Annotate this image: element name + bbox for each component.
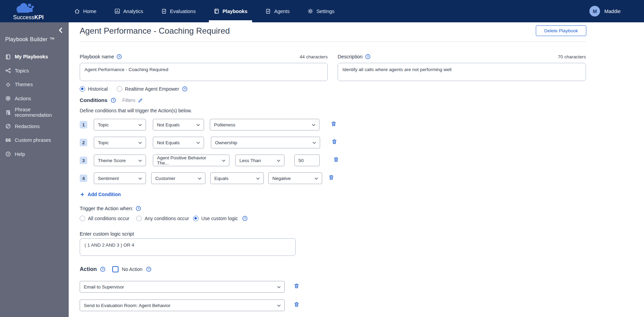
- radio-button[interactable]: [193, 216, 199, 221]
- playbook-name-help-icon[interactable]: ?: [116, 54, 122, 59]
- delete-action-button[interactable]: [294, 283, 300, 289]
- nav-item-label: Evaluations: [170, 9, 196, 14]
- book-icon: [5, 54, 11, 60]
- radio-button[interactable]: [136, 216, 142, 221]
- sidebar-item-my-playbooks[interactable]: My Playbooks: [0, 50, 69, 64]
- condition-select[interactable]: Equals: [210, 172, 264, 184]
- brand-logo[interactable]: SuccessKPI: [13, 2, 51, 21]
- nav-item-evaluations[interactable]: Evaluations: [161, 0, 196, 22]
- condition-value-input[interactable]: [294, 155, 320, 166]
- chevron-down-icon: [196, 140, 201, 145]
- delete-condition-button[interactable]: [331, 139, 337, 145]
- svg-text:?: ?: [184, 87, 186, 91]
- conditions-help-icon[interactable]: ?: [111, 98, 116, 103]
- branch-icon: [5, 68, 11, 73]
- condition-select[interactable]: Topic: [94, 137, 146, 148]
- action-help-icon[interactable]: ?: [100, 267, 105, 272]
- condition-select[interactable]: Theme Score: [94, 155, 146, 166]
- action-select[interactable]: Send to Evaluation Room: Agent Behavior: [80, 299, 285, 311]
- trigger-option-use-custom-logic[interactable]: Use custom logic?: [193, 216, 248, 221]
- nav-item-analytics[interactable]: Analytics: [114, 0, 143, 22]
- sidebar-item-custom-phrases[interactable]: 66Custom phrases: [0, 133, 69, 147]
- condition-row: 1TopicNot EqualsPoliteness: [69, 119, 644, 131]
- sidebar-item-help[interactable]: ?Help: [0, 147, 69, 161]
- condition-select[interactable]: Negative: [268, 172, 322, 184]
- condition-select[interactable]: Not Equals: [153, 119, 204, 131]
- condition-number-badge: 4: [80, 174, 87, 182]
- custom-logic-input[interactable]: ( 1 AND 2 AND 3 ) OR 4: [80, 238, 296, 256]
- sidebar-item-actions[interactable]: Actions: [0, 92, 69, 106]
- mode-option-historical[interactable]: Historical: [80, 86, 108, 92]
- svg-text:?: ?: [118, 55, 120, 58]
- avatar[interactable]: M: [589, 6, 600, 16]
- mode-help-icon[interactable]: ?: [182, 86, 188, 92]
- chevron-down-icon: [311, 123, 316, 127]
- mode-option-realtime-agent-empower[interactable]: Realtime Agent Empower?: [117, 86, 188, 92]
- trigger-option-any-conditions-occur[interactable]: Any conditions occur: [136, 216, 189, 221]
- delete-action-button[interactable]: [294, 302, 300, 307]
- condition-select[interactable]: Politeness: [210, 119, 319, 131]
- chevron-down-icon: [197, 176, 202, 181]
- slash-circle-icon: [5, 123, 11, 129]
- condition-rows: 1TopicNot EqualsPoliteness2TopicNot Equa…: [69, 119, 644, 191]
- svg-text:?: ?: [148, 268, 150, 271]
- description-input[interactable]: Identify all calls where agents are not …: [338, 63, 586, 81]
- chevron-down-icon: [138, 123, 143, 127]
- condition-select[interactable]: Sentiment: [94, 172, 146, 184]
- nav-item-playbooks[interactable]: Playbooks: [214, 0, 248, 22]
- nav-item-label: Analytics: [123, 9, 143, 14]
- nav-item-label: Home: [83, 9, 97, 14]
- condition-select[interactable]: Less Than: [235, 155, 284, 166]
- no-action-help-icon[interactable]: ?: [146, 267, 151, 272]
- delete-playbook-button[interactable]: Delete Playbook: [536, 25, 586, 36]
- target-icon: [5, 95, 11, 101]
- no-action-checkbox[interactable]: [112, 266, 118, 272]
- sidebar-item-themes[interactable]: Themes: [0, 78, 69, 92]
- sidebar-item-label: Actions: [15, 96, 31, 101]
- condition-select[interactable]: Customer: [151, 172, 205, 184]
- delete-condition-button[interactable]: [328, 174, 334, 180]
- trigger-help-icon[interactable]: ?: [136, 206, 141, 211]
- trigger-options: All conditions occurAny conditions occur…: [69, 216, 644, 223]
- nav-item-agents[interactable]: Agents: [265, 0, 290, 22]
- trigger-option-all-conditions-occur[interactable]: All conditions occur: [80, 216, 129, 221]
- condition-select[interactable]: Topic: [94, 119, 146, 131]
- custom-logic-label: Enter custom logic script: [80, 231, 134, 237]
- description-help-icon[interactable]: ?: [365, 54, 371, 59]
- radio-label: Any conditions occur: [145, 216, 189, 221]
- filters-button[interactable]: Filters: [122, 98, 143, 103]
- chevron-down-icon: [276, 158, 281, 163]
- playbook-name-input[interactable]: Agent Performance - Coaching Required: [80, 63, 328, 81]
- condition-row: 4SentimentCustomerEqualsNegative: [69, 172, 644, 184]
- sidebar-item-label: Themes: [15, 82, 33, 87]
- sidebar-item-redactions[interactable]: Redactions: [0, 120, 69, 134]
- action-select[interactable]: Email to Supervisor: [80, 281, 285, 293]
- chevron-left-icon: [57, 27, 64, 34]
- add-condition-button[interactable]: + Add Condition: [80, 191, 121, 197]
- plus-icon: +: [80, 191, 84, 197]
- condition-select[interactable]: Agent Positive Behavior The...: [153, 155, 229, 166]
- svg-text:66: 66: [5, 137, 11, 143]
- radio-button[interactable]: [80, 216, 85, 221]
- condition-number-badge: 1: [80, 121, 87, 128]
- condition-select[interactable]: Ownership: [211, 137, 320, 148]
- chevron-down-icon: [138, 176, 143, 181]
- delete-condition-button[interactable]: [333, 157, 339, 162]
- radio-label: Historical: [88, 86, 108, 92]
- sidebar-item-label: Phrase recommendation: [15, 107, 69, 118]
- sidebar-collapse-button[interactable]: [57, 27, 64, 34]
- agents-icon: [265, 8, 271, 14]
- radio-button[interactable]: [80, 86, 85, 92]
- sidebar-item-phrase-recommendation[interactable]: Phrase recommendation: [0, 105, 69, 120]
- radio-button[interactable]: [117, 86, 122, 92]
- condition-row: 3Theme ScoreAgent Positive Behavior The.…: [69, 155, 644, 166]
- delete-condition-button[interactable]: [331, 121, 337, 127]
- nav-item-settings[interactable]: Settings: [307, 0, 334, 22]
- user-menu[interactable]: M Maddie: [589, 0, 621, 22]
- page-title: Agent Performance - Coaching Required: [80, 26, 230, 36]
- trigger-option-help-icon[interactable]: ?: [242, 216, 248, 221]
- sidebar-item-topics[interactable]: Topics: [0, 64, 69, 78]
- sidebar-title: Playbook Builder ™: [5, 36, 55, 43]
- condition-select[interactable]: Not Equals: [153, 137, 204, 148]
- nav-item-home[interactable]: Home: [74, 0, 97, 22]
